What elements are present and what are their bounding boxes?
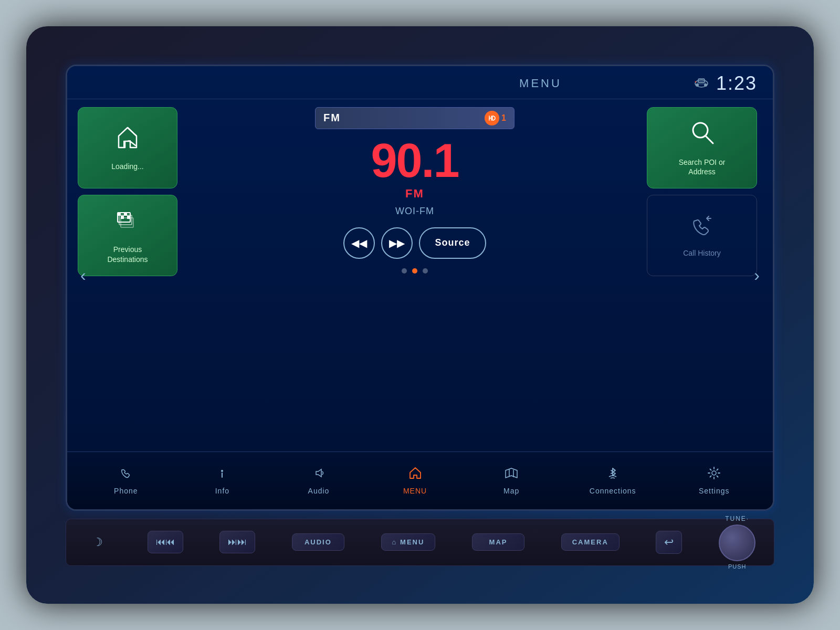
call-history-label: Call History [683,249,721,257]
source-button[interactable]: Source [419,227,486,259]
audio-physical-button[interactable]: AUDIO [292,533,344,551]
tune-label: TUNE· [725,515,749,522]
tune-knob-area: TUNE· PUSH [719,515,755,570]
svg-point-16 [221,470,223,472]
menu-physical-button[interactable]: ⌂ MENU [381,533,436,551]
audio-icon [312,466,326,484]
radio-band-bar[interactable]: FM 1 [315,107,514,129]
radio-controls: ◀◀ ▶▶ Source [343,227,486,259]
moon-button[interactable]: ☽ [85,531,111,553]
push-label: PUSH [728,563,747,570]
radio-band-label: FM [323,112,341,124]
map-icon [505,466,518,484]
car-surround: MENU 1:23 [26,26,814,604]
call-history-button[interactable]: Call History [647,195,757,276]
call-icon [689,213,715,245]
nav-settings-label: Settings [699,487,730,495]
nav-settings[interactable]: Settings [688,462,740,499]
dot-2[interactable] [412,268,417,274]
next-station-button[interactable]: ▶▶ [381,227,413,259]
svg-rect-9 [121,216,124,219]
screen: MENU 1:23 [67,66,773,509]
search-poi-button[interactable]: Search POI orAddress [647,107,757,188]
svg-marker-18 [506,468,517,478]
menu-home-icon [408,466,422,484]
info-icon [215,466,229,484]
nav-menu[interactable]: MENU [389,462,442,499]
physical-controls: ☽ ⏮⏮ ⏭⏭ AUDIO ⌂ MENU MAP CAMERA ↩ TUNE· … [66,519,774,566]
nav-info[interactable]: Info [196,462,248,499]
svg-rect-10 [127,216,130,219]
prev-destinations-button[interactable]: PreviousDestinations [78,195,177,276]
dot-3 [423,268,428,274]
hd-badge: 1 [485,111,506,125]
radio-center: FM 1 [191,107,639,444]
checkered-flag-icon [113,206,142,240]
tune-knob[interactable] [719,524,755,561]
nav-audio-label: Audio [308,487,330,495]
hd-number: 1 [501,113,506,123]
bottom-nav: Phone Info [67,452,773,509]
left-nav-column: Loading... [78,107,183,444]
svg-point-2 [696,83,699,87]
poi-label: Search POI orAddress [679,158,726,176]
search-icon [688,119,717,153]
clock: 1:23 [716,72,757,94]
screen-outer: MENU 1:23 [66,65,774,511]
nav-phone[interactable]: Phone [100,462,152,499]
svg-point-3 [704,83,707,87]
home-nav-icon [113,123,142,158]
nav-connections[interactable]: Connections [582,462,644,499]
dot-1 [402,268,407,274]
loading-nav-button[interactable]: Loading... [78,107,177,188]
frequency-display: 90.1 [371,137,458,184]
nav-phone-label: Phone [114,487,138,495]
next-track-button[interactable]: ⏭⏭ [219,531,255,553]
header: MENU 1:23 [67,66,773,99]
phone-icon [119,466,133,484]
nav-audio[interactable]: Audio [292,462,345,499]
nav-connections-label: Connections [590,487,636,495]
prev-dest-label: PreviousDestinations [107,245,148,264]
page-dots [402,268,428,274]
next-page-button[interactable]: › [749,260,765,290]
main-content: Loading... [67,99,773,452]
prev-page-button[interactable]: ‹ [75,260,91,290]
camera-physical-button[interactable]: CAMERA [561,533,620,551]
hd-icon [485,111,499,125]
settings-icon [707,466,721,484]
frequency-band: FM [405,187,424,201]
back-button[interactable]: ↩ [656,531,682,554]
prev-track-button[interactable]: ⏮⏮ [148,531,183,553]
nav-map-label: Map [503,487,519,495]
header-right: 1:23 [693,72,757,94]
station-name: WOI-FM [395,206,434,217]
nav-info-label: Info [215,487,229,495]
page-title: MENU [388,77,693,90]
right-nav-column: Search POI orAddress Call History [647,107,762,444]
car-status-icon [693,76,710,90]
bluetooth-icon [606,466,620,484]
nav-menu-label: MENU [403,487,427,495]
svg-line-15 [706,136,713,143]
nav-map[interactable]: Map [485,462,538,499]
map-physical-button[interactable]: MAP [472,533,524,551]
svg-point-21 [712,471,716,475]
loading-nav-label: Loading... [111,162,144,171]
prev-station-button[interactable]: ◀◀ [343,227,375,259]
